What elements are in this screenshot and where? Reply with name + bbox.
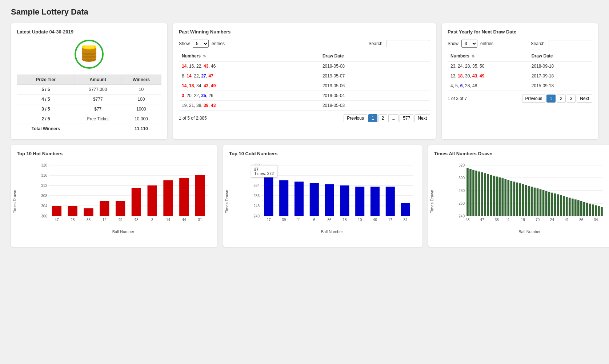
svg-rect-58 [279,180,288,216]
coin-stack-icon [80,45,99,63]
prize-tier-header: Prize Tier [17,75,75,85]
page-1-btn[interactable]: 1 [368,114,377,122]
svg-rect-108 [531,187,533,216]
svg-rect-26 [68,206,77,216]
svg-text:36: 36 [579,218,584,222]
svg-rect-132 [601,207,603,216]
yearly-page-1-btn[interactable]: 1 [546,95,556,103]
coin-icon-wrapper [17,40,161,69]
svg-rect-112 [542,190,545,216]
page-577-btn[interactable]: 577 [400,114,413,122]
svg-text:39: 39 [282,218,286,222]
svg-text:12: 12 [103,218,107,222]
hot-numbers-y-label: Times Drawn [12,189,17,213]
svg-text:308: 308 [41,194,47,198]
svg-rect-95 [493,176,495,216]
svg-rect-90 [478,172,480,216]
svg-rect-106 [525,185,527,216]
svg-rect-128 [589,204,591,216]
svg-text:34: 34 [594,218,598,222]
svg-rect-122 [572,199,574,216]
yearly-show-label: Show [448,41,458,46]
svg-text:280: 280 [253,163,260,167]
svg-rect-120 [566,197,568,216]
show-entries-select[interactable]: 51025 [193,40,209,48]
yearly-page-3-btn[interactable]: 3 [567,95,576,103]
svg-rect-103 [516,183,518,216]
svg-text:316: 316 [41,173,47,177]
cold-numbers-y-label: Times Drawn [225,189,229,213]
amount-header: Amount [75,75,121,85]
svg-text:43: 43 [465,218,470,222]
svg-text:320: 320 [458,163,465,167]
svg-rect-64 [325,184,334,216]
svg-rect-131 [598,206,600,216]
svg-rect-115 [551,193,553,216]
svg-rect-32 [116,201,125,216]
svg-text:49: 49 [119,218,123,222]
svg-rect-87 [469,169,472,216]
svg-text:47: 47 [55,218,59,222]
svg-text:312: 312 [41,184,47,188]
svg-text:304: 304 [41,204,47,208]
svg-rect-68 [355,187,364,216]
svg-rect-28 [84,208,93,216]
draw-date-sort-icon[interactable]: ↑ [346,54,348,58]
cold-numbers-chart-wrapper: Times Drawn 27 Times: 272 28027226425624… [229,161,417,241]
svg-rect-118 [560,195,562,216]
svg-text:25: 25 [71,218,75,222]
past-yearly-controls: Show 3510 entries Search: [448,40,592,48]
yearly-next-btn[interactable]: Next [577,95,592,103]
svg-text:240: 240 [253,214,260,218]
page-title: Sample Lottery Data [11,7,598,17]
numbers-sort-icon[interactable]: ⇅ [203,54,206,58]
yearly-page-2-btn[interactable]: 2 [557,95,566,103]
prev-btn[interactable]: Previous [344,114,367,122]
prize-table: Prize Tier Amount Winners 5 / 5$777,0001… [17,75,161,133]
svg-rect-126 [583,202,585,216]
next-btn[interactable]: Next [414,114,430,122]
svg-rect-30 [100,201,109,216]
svg-text:248: 248 [253,204,260,208]
svg-text:10: 10 [358,218,362,222]
svg-rect-96 [496,177,498,216]
svg-text:264: 264 [253,184,260,188]
past-yearly-table: Numbers ⇅ Draw Date ↓ 23, 24, 28, 35, 50… [448,51,592,91]
svg-rect-124 [577,200,580,216]
all-numbers-title: Times All Numbers Drawn [434,151,607,156]
past-yearly-title: Past Yearly for Next Draw Date [448,29,592,35]
svg-text:70: 70 [536,218,540,222]
cold-numbers-chart: 2802722642562482402739116361810401734 [247,161,417,227]
svg-rect-111 [540,189,542,216]
svg-rect-102 [513,181,516,216]
svg-rect-66 [340,185,349,216]
svg-rect-97 [498,177,501,216]
svg-rect-119 [563,196,565,216]
yearly-numbers-sort-icon[interactable]: ⇅ [472,54,474,58]
yearly-show-select[interactable]: 3510 [461,40,477,48]
svg-rect-110 [537,188,539,216]
yearly-prev-btn[interactable]: Previous [522,95,546,103]
search-label: Search: [369,41,384,46]
svg-text:33: 33 [87,218,91,222]
yearly-numbers-col-header: Numbers ⇅ [448,51,529,61]
svg-text:44: 44 [182,218,187,222]
svg-rect-100 [508,180,510,216]
svg-rect-42 [195,175,205,216]
page-2-btn[interactable]: 2 [378,114,388,122]
draw-date-col-header: Draw Date ↑ [320,51,430,61]
svg-rect-24 [52,206,61,216]
yearly-search-label: Search: [531,41,546,46]
svg-text:14: 14 [166,218,171,222]
yearly-draw-date-sort-icon[interactable]: ↓ [555,54,557,58]
svg-rect-127 [586,203,588,216]
past-winning-table: Numbers ⇅ Draw Date ↑ 14, 16, 22, 43, 46… [179,51,430,111]
svg-text:280: 280 [458,189,465,193]
yearly-search-input[interactable] [549,40,592,47]
svg-text:260: 260 [458,201,465,205]
all-numbers-chart-wrapper: Times Drawn 3203002802602404347354197024… [434,161,607,241]
search-input[interactable] [386,40,430,47]
svg-rect-107 [528,186,530,216]
cold-numbers-x-label: Ball Number [247,229,417,234]
past-winning-pagination-btns: Previous 1 2 ... 577 Next [344,114,430,122]
